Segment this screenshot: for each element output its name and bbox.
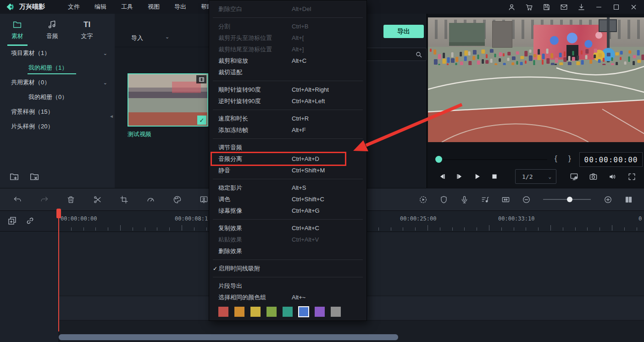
ruler-tick (391, 227, 391, 231)
menubar-item-编辑[interactable]: 编辑 (87, 0, 114, 14)
chevron-down-icon[interactable]: ⌄ (103, 46, 107, 61)
cart-button[interactable] (522, 1, 536, 13)
speaker-button[interactable] (605, 169, 620, 184)
crop-button[interactable] (118, 194, 129, 205)
zoom-out-button[interactable] (521, 194, 532, 205)
menu-item-shortcut: Ctrl+Alt+Right (292, 86, 329, 93)
import-button[interactable]: 导入 (131, 34, 143, 42)
save-button[interactable] (539, 1, 553, 13)
menu-item-音频分离[interactable]: 音频分离Ctrl+Alt+D (209, 153, 366, 165)
maximize-button[interactable] (609, 1, 623, 13)
render-play-button[interactable] (417, 194, 428, 205)
mark-out-icon[interactable]: } (568, 154, 571, 163)
delete-button[interactable] (65, 194, 76, 205)
chevron-down-icon[interactable]: ⌄ (165, 34, 169, 40)
menubar-item-视图[interactable]: 视图 (140, 0, 167, 14)
menu-item-label: 稳定影片 (218, 184, 242, 192)
render-play-icon (419, 195, 427, 204)
sidebar-item[interactable]: 我的相册（1） (0, 61, 115, 75)
export-button[interactable]: 导出 (383, 25, 424, 38)
color-swatch[interactable] (218, 307, 228, 317)
color-swatch[interactable] (266, 307, 277, 317)
color-swatch[interactable] (250, 307, 261, 317)
menu-item-静音[interactable]: 静音Ctrl+Shift+M (209, 165, 366, 176)
stop-button[interactable] (486, 169, 503, 184)
scissors-button[interactable] (92, 194, 103, 205)
track-header-tools (0, 210, 59, 232)
menu-item-删除效果[interactable]: 删除效果 (209, 245, 366, 257)
sidebar-item[interactable]: 背景样例（15） (0, 105, 115, 119)
prev-frame-button[interactable] (433, 169, 451, 184)
menu-item-顺时针旋转90度[interactable]: 顺时针旋转90度Ctrl+Alt+Right (209, 84, 366, 95)
link-icon[interactable] (25, 216, 35, 226)
menu-item-label: 删除效果 (218, 247, 242, 255)
zoom-in-button[interactable] (602, 194, 613, 205)
play-button[interactable] (468, 169, 486, 184)
color-swatch[interactable] (283, 307, 293, 317)
remove-folder-button[interactable] (29, 171, 39, 183)
menu-item-启用时间线吸附[interactable]: ✓启用时间线吸附 (209, 263, 366, 274)
menubar-item-文件[interactable]: 文件 (61, 0, 87, 14)
sidebar-collapse-arrow[interactable]: ◄ (109, 114, 114, 119)
mark-in-icon[interactable]: { (555, 154, 557, 163)
download-button[interactable] (574, 1, 588, 13)
menu-item-添加冻结帧[interactable]: 添加冻结帧Alt+F (209, 124, 366, 136)
menu-item-选择相同的颜色组[interactable]: 选择相同的颜色组Alt+~ (209, 292, 366, 303)
redo-button[interactable] (39, 194, 50, 205)
minimize-button[interactable] (592, 1, 605, 13)
sidebar-item[interactable]: 我的相册（0） (0, 90, 115, 105)
menu-item-片段导出[interactable]: 片段导出 (209, 280, 366, 292)
marker-button[interactable] (438, 194, 449, 205)
menu-item-调色[interactable]: 调色Ctrl+Shift+C (209, 193, 366, 205)
mail-button[interactable] (557, 1, 571, 13)
scrubber-handle[interactable] (435, 156, 442, 163)
search-icon[interactable] (415, 51, 422, 58)
fit-timeline-button[interactable] (500, 194, 511, 205)
add-folder-button[interactable] (9, 171, 19, 183)
user-button[interactable] (505, 1, 518, 13)
fullscreen-button[interactable] (624, 169, 639, 184)
add-track-icon[interactable] (7, 216, 17, 226)
scrubber-track[interactable] (437, 159, 547, 160)
render-frame-button[interactable] (198, 194, 209, 205)
horizontal-scrollbar[interactable] (59, 334, 398, 340)
color-swatch[interactable] (299, 307, 309, 317)
tab-文字[interactable]: TI文字 (70, 14, 105, 46)
timeline-zoom-slider[interactable] (543, 199, 591, 200)
color-swatch[interactable] (234, 307, 244, 317)
record-voiceover-button[interactable] (459, 194, 470, 205)
sidebar-item[interactable]: 共用素材（0）⌄ (0, 75, 115, 90)
menu-item-复制效果[interactable]: 复制效果Ctrl+Alt+C (209, 222, 366, 234)
audio-mixer-button[interactable] (479, 194, 490, 205)
menu-item-调节音频[interactable]: 调节音频 (209, 142, 366, 153)
speed-button[interactable] (145, 194, 156, 205)
color-swatch[interactable] (331, 307, 341, 317)
undo-button[interactable] (12, 194, 23, 205)
menu-item-裁剪和缩放[interactable]: 裁剪和缩放Alt+C (209, 55, 366, 66)
close-button[interactable] (627, 1, 640, 13)
tab-音频[interactable]: 音频 (35, 14, 70, 46)
display-settings-button[interactable] (566, 169, 581, 184)
menu-item-shortcut: Ctrl+B (292, 23, 308, 30)
preview-video[interactable] (428, 17, 644, 142)
snapshot-button[interactable] (586, 169, 600, 184)
menu-item-裁切适配[interactable]: 裁切适配 (209, 66, 366, 78)
sidebar-item[interactable]: 项目素材（1）⌄ (0, 46, 115, 61)
menu-item-label: 粘贴效果 (218, 236, 242, 244)
menubar-item-工具[interactable]: 工具 (114, 0, 140, 14)
menu-item-稳定影片[interactable]: 稳定影片Alt+S (209, 182, 366, 193)
tab-素材[interactable]: 素材 (0, 14, 35, 46)
menubar-item-导出[interactable]: 导出 (167, 0, 194, 14)
menu-item-逆时针旋转90度[interactable]: 逆时针旋转90度Ctrl+Alt+Left (209, 95, 366, 107)
color-palette-button[interactable] (172, 194, 183, 205)
menu-item-绿幕抠像[interactable]: 绿幕抠像Ctrl+Alt+G (209, 205, 366, 216)
next-frame-button[interactable] (451, 169, 468, 184)
media-thumbnail[interactable]: ✓ (128, 73, 208, 127)
preview-zoom-select[interactable]: 1/2 ⌄ (515, 169, 556, 184)
color-swatch[interactable] (315, 307, 325, 317)
sidebar-item[interactable]: 片头样例（20） (0, 119, 115, 134)
split-view-button[interactable] (623, 194, 634, 205)
menu-item-速度和时长[interactable]: 速度和时长Ctrl+R (209, 113, 366, 124)
zoom-slider-knob[interactable] (567, 197, 572, 202)
chevron-down-icon[interactable]: ⌄ (103, 75, 107, 90)
